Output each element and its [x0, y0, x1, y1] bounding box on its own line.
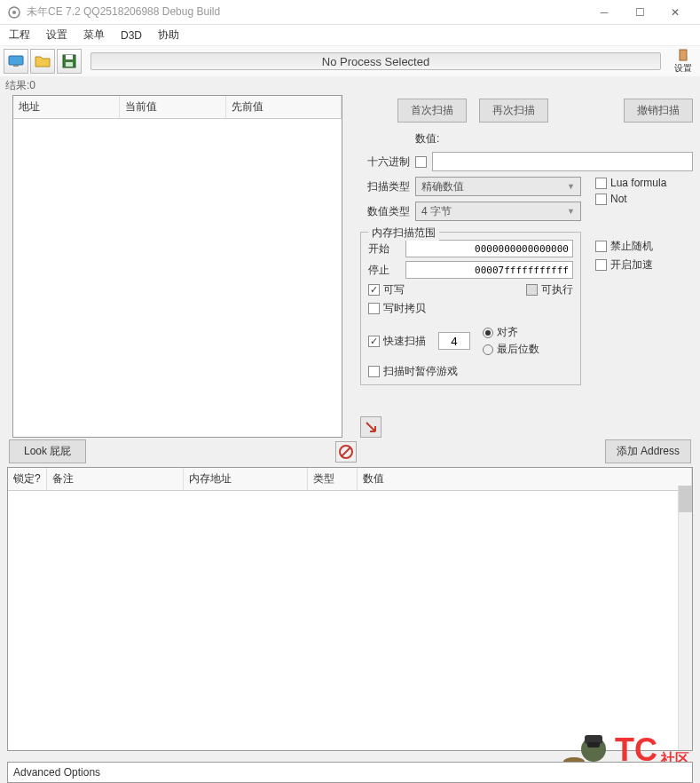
disallow-random-row[interactable]: 禁止随机	[595, 239, 693, 254]
col-note[interactable]: 备注	[47, 468, 184, 490]
menu-d3d[interactable]: D3D	[121, 29, 142, 42]
process-text: No Process Selected	[322, 55, 429, 68]
window-title: 未年CE 7.2 QQ2518206988 Debug Build	[27, 4, 586, 20]
menu-settings[interactable]: 设置	[46, 28, 67, 43]
executable-checkbox[interactable]	[526, 284, 538, 296]
scan-type-label: 扫描类型	[360, 179, 410, 194]
copy-on-write-row[interactable]: 写时拷贝	[368, 301, 426, 316]
aligned-radio[interactable]	[483, 328, 493, 338]
lua-formula-checkbox[interactable]	[595, 178, 607, 189]
add-address-button[interactable]: 添加 Address	[605, 439, 691, 463]
process-selector[interactable]: No Process Selected	[90, 52, 661, 70]
address-list-body[interactable]	[8, 491, 692, 750]
open-process-button[interactable]	[4, 49, 28, 74]
value-label: 数值:	[415, 131, 439, 146]
open-file-button[interactable]	[30, 49, 55, 74]
col-value[interactable]: 数值	[358, 468, 692, 490]
hex-label: 十六进制	[360, 154, 410, 170]
add-to-list-button[interactable]	[360, 416, 381, 438]
svg-rect-7	[680, 50, 687, 60]
chevron-down-icon: ▼	[567, 182, 575, 191]
chevron-down-icon: ▼	[567, 207, 575, 216]
maximize-button[interactable]: ☐	[622, 0, 657, 25]
aligned-row[interactable]: 对齐	[483, 325, 539, 340]
hex-checkbox[interactable]	[415, 156, 427, 168]
copy-on-write-checkbox[interactable]	[368, 303, 380, 314]
svg-rect-6	[66, 62, 73, 67]
results-panel: 地址 当前值 先前值	[12, 95, 342, 438]
col-previous-value[interactable]: 先前值	[226, 96, 342, 118]
address-list-header: 锁定? 备注 内存地址 类型 数值	[8, 468, 692, 491]
start-input[interactable]	[405, 240, 573, 257]
enable-speed-checkbox[interactable]	[595, 259, 607, 271]
writable-row[interactable]: 可写	[368, 282, 405, 297]
next-scan-button[interactable]: 再次扫描	[479, 99, 548, 123]
stop-label: 停止	[368, 263, 400, 278]
scrollbar-thumb[interactable]	[679, 486, 692, 512]
col-address[interactable]: 地址	[13, 96, 120, 118]
disallow-random-checkbox[interactable]	[595, 241, 607, 252]
lua-formula-row[interactable]: Lua formula	[595, 177, 693, 189]
last-digits-radio[interactable]	[483, 344, 493, 355]
col-type[interactable]: 类型	[308, 468, 358, 490]
col-lock[interactable]: 锁定?	[8, 468, 47, 490]
fast-scan-value[interactable]	[438, 332, 470, 350]
svg-point-1	[12, 11, 16, 14]
not-row[interactable]: Not	[595, 193, 693, 205]
col-current-value[interactable]: 当前值	[120, 96, 226, 118]
look-button[interactable]: Look 屁屁	[9, 439, 86, 463]
value-input[interactable]	[432, 152, 693, 171]
enable-speed-row[interactable]: 开启加速	[595, 257, 693, 273]
first-scan-button[interactable]: 首次扫描	[397, 99, 467, 123]
save-button[interactable]	[57, 49, 82, 74]
not-checkbox[interactable]	[595, 194, 607, 205]
close-button[interactable]: ✕	[657, 0, 693, 25]
writable-checkbox[interactable]	[368, 284, 380, 296]
memory-view-button[interactable]	[335, 441, 357, 463]
fast-scan-checkbox[interactable]	[368, 336, 380, 347]
menu-menu[interactable]: 菜单	[83, 28, 105, 43]
menu-help[interactable]: 协助	[158, 28, 179, 43]
col-memaddr[interactable]: 内存地址	[184, 468, 308, 490]
results-list[interactable]	[13, 119, 342, 437]
svg-line-9	[342, 447, 350, 456]
menu-bar: 工程 设置 菜单 D3D 协助	[0, 25, 700, 46]
pause-on-scan-row[interactable]: 扫描时暂停游戏	[368, 364, 458, 379]
svg-rect-2	[9, 56, 23, 65]
value-type-dropdown[interactable]: 4 字节 ▼	[415, 202, 581, 221]
executable-row[interactable]: 可执行	[526, 282, 573, 297]
app-icon	[7, 5, 21, 20]
value-type-label: 数值类型	[360, 204, 410, 219]
scan-type-value: 精确数值	[421, 179, 464, 194]
title-bar: 未年CE 7.2 QQ2518206988 Debug Build ─ ☐ ✕	[0, 0, 700, 25]
memory-range-legend: 内存扫描范围	[368, 225, 439, 241]
scan-panel: 首次扫描 再次扫描 撤销扫描 数值: 十六进制 扫描类型 精确数值 ▼	[342, 95, 700, 438]
address-list-panel: 锁定? 备注 内存地址 类型 数值	[7, 467, 693, 751]
memory-range-group: 内存扫描范围 开始 停止 可写 可执行 写时拷贝	[360, 232, 581, 385]
stop-input[interactable]	[405, 261, 573, 279]
fast-scan-row[interactable]: 快速扫描	[368, 334, 426, 349]
menu-project[interactable]: 工程	[9, 28, 30, 43]
toolbar: No Process Selected 设置	[0, 46, 700, 76]
pause-on-scan-checkbox[interactable]	[368, 366, 380, 377]
results-count: 结果:0	[0, 76, 700, 95]
scan-type-dropdown[interactable]: 精确数值 ▼	[415, 177, 581, 196]
value-type-value: 4 字节	[421, 204, 452, 219]
middle-bar: Look 屁屁 添加 Address	[0, 438, 700, 465]
last-digits-row[interactable]: 最后位数	[483, 342, 539, 357]
settings-button[interactable]: 设置	[670, 46, 696, 76]
minimize-button[interactable]: ─	[586, 0, 622, 25]
results-header: 地址 当前值 先前值	[13, 96, 342, 119]
undo-scan-button[interactable]: 撤销扫描	[624, 99, 693, 123]
vertical-scrollbar[interactable]	[678, 486, 692, 750]
advanced-options[interactable]: Advanced Options	[7, 762, 693, 783]
svg-rect-3	[13, 65, 19, 67]
start-label: 开始	[368, 241, 400, 257]
svg-rect-5	[66, 55, 73, 59]
settings-label: 设置	[674, 62, 692, 75]
